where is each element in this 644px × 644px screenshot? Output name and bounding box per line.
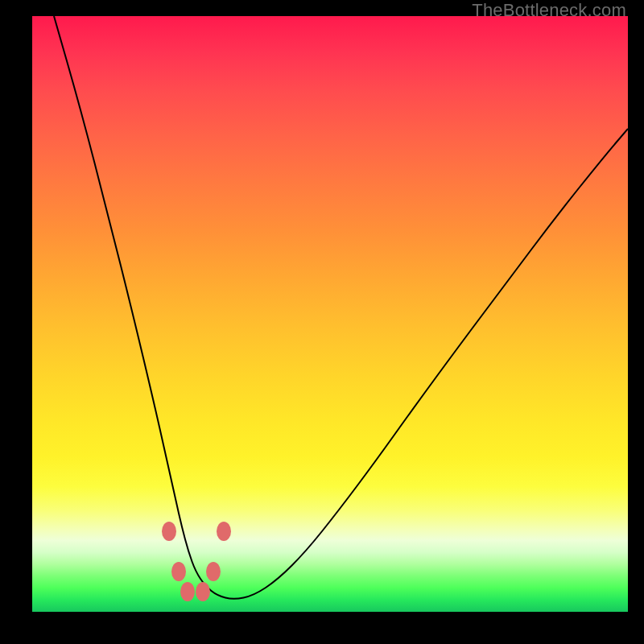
- chart-plot-area: [32, 16, 628, 612]
- bottleneck-curve-svg: [32, 16, 628, 612]
- bottleneck-curve: [54, 16, 628, 599]
- curve-marker-4: [180, 582, 195, 601]
- curve-markers: [162, 522, 231, 601]
- curve-marker-1: [217, 522, 231, 541]
- curve-marker-2: [171, 562, 186, 581]
- curve-marker-0: [162, 522, 176, 541]
- curve-marker-3: [206, 562, 221, 581]
- watermark-text: TheBottleneck.com: [472, 0, 626, 21]
- curve-marker-5: [196, 582, 210, 601]
